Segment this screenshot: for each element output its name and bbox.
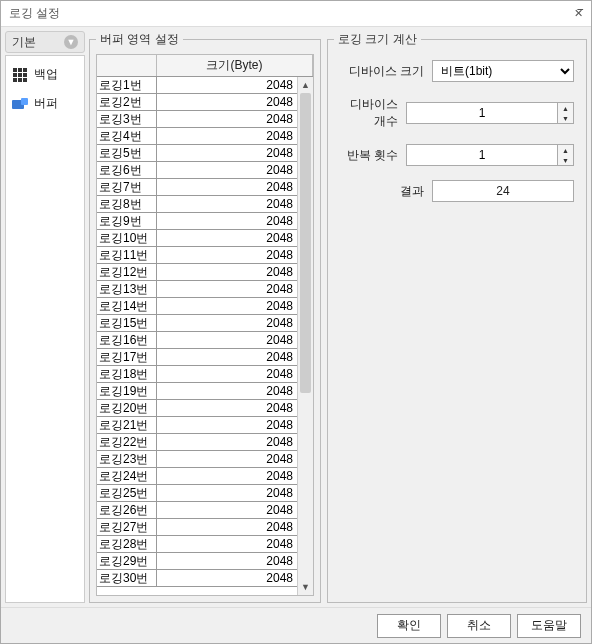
- row-size-cell[interactable]: 2048: [157, 400, 297, 417]
- row-size-cell[interactable]: 2048: [157, 502, 297, 519]
- row-size-cell[interactable]: 2048: [157, 383, 297, 400]
- table-row[interactable]: 로깅5번2048: [97, 145, 297, 162]
- row-size-cell[interactable]: 2048: [157, 128, 297, 145]
- row-size-cell[interactable]: 2048: [157, 196, 297, 213]
- row-label: 로깅15번: [97, 315, 157, 332]
- scroll-thumb[interactable]: [300, 93, 311, 393]
- row-size-cell[interactable]: 2048: [157, 349, 297, 366]
- table-row[interactable]: 로깅25번2048: [97, 485, 297, 502]
- row-size-cell[interactable]: 2048: [157, 485, 297, 502]
- sidebar-header[interactable]: 기본 ▼: [5, 31, 85, 53]
- row-size-cell[interactable]: 2048: [157, 519, 297, 536]
- row-label: 로깅12번: [97, 264, 157, 281]
- table-row[interactable]: 로깅7번2048: [97, 179, 297, 196]
- table-row[interactable]: 로깅2번2048: [97, 94, 297, 111]
- vertical-scrollbar[interactable]: ▲ ▼: [297, 77, 313, 595]
- repeat-spinner[interactable]: ▲ ▼: [406, 144, 574, 166]
- table-row[interactable]: 로깅18번2048: [97, 366, 297, 383]
- spinner-up-icon[interactable]: ▲: [558, 103, 573, 113]
- help-button[interactable]: 도움말: [517, 614, 581, 638]
- table-row[interactable]: 로깅4번2048: [97, 128, 297, 145]
- table-row[interactable]: 로깅30번2048: [97, 570, 297, 587]
- row-result: 결과 24: [340, 180, 574, 202]
- spinner-up-icon[interactable]: ▲: [558, 145, 573, 155]
- table-row[interactable]: 로깅12번2048: [97, 264, 297, 281]
- table-row[interactable]: 로깅11번2048: [97, 247, 297, 264]
- spinner-down-icon[interactable]: ▼: [558, 113, 573, 123]
- table-row[interactable]: 로깅24번2048: [97, 468, 297, 485]
- spinner-down-icon[interactable]: ▼: [558, 155, 573, 165]
- close-icon[interactable]: ✕̅: [574, 7, 583, 20]
- row-label: 로깅29번: [97, 553, 157, 570]
- table-row[interactable]: 로깅8번2048: [97, 196, 297, 213]
- result-display: 24: [432, 180, 574, 202]
- table-row[interactable]: 로깅17번2048: [97, 349, 297, 366]
- row-size-cell[interactable]: 2048: [157, 179, 297, 196]
- table-row[interactable]: 로깅13번2048: [97, 281, 297, 298]
- row-size-cell[interactable]: 2048: [157, 264, 297, 281]
- row-size-cell[interactable]: 2048: [157, 230, 297, 247]
- row-size-cell[interactable]: 2048: [157, 434, 297, 451]
- row-size-cell[interactable]: 2048: [157, 536, 297, 553]
- table-row[interactable]: 로깅21번2048: [97, 417, 297, 434]
- table-row[interactable]: 로깅15번2048: [97, 315, 297, 332]
- buffer-area-fieldset: 버퍼 영역 설정 크기(Byte) 로깅1번2048로깅2번2048로깅3번20…: [89, 31, 321, 603]
- row-device-size: 디바이스 크기 비트(1bit): [340, 60, 574, 82]
- row-size-cell[interactable]: 2048: [157, 366, 297, 383]
- sidebar-item-backup[interactable]: 백업: [6, 60, 84, 89]
- row-size-cell[interactable]: 2048: [157, 213, 297, 230]
- table-row[interactable]: 로깅27번2048: [97, 519, 297, 536]
- sidebar-item-buffer[interactable]: 버퍼: [6, 89, 84, 118]
- row-size-cell[interactable]: 2048: [157, 570, 297, 587]
- row-label: 로깅10번: [97, 230, 157, 247]
- table-row[interactable]: 로깅28번2048: [97, 536, 297, 553]
- row-size-cell[interactable]: 2048: [157, 77, 297, 94]
- row-label: 로깅26번: [97, 502, 157, 519]
- row-size-cell[interactable]: 2048: [157, 417, 297, 434]
- row-size-cell[interactable]: 2048: [157, 94, 297, 111]
- scroll-track[interactable]: [298, 93, 313, 579]
- row-size-cell[interactable]: 2048: [157, 332, 297, 349]
- logging-size-calc-fieldset: 로깅 크기 계산 디바이스 크기 비트(1bit) 디바이스 개수: [327, 31, 587, 603]
- row-label: 로깅20번: [97, 400, 157, 417]
- ok-button[interactable]: 확인: [377, 614, 441, 638]
- device-size-select[interactable]: 비트(1bit): [432, 60, 574, 82]
- table-row[interactable]: 로깅16번2048: [97, 332, 297, 349]
- table-row[interactable]: 로깅14번2048: [97, 298, 297, 315]
- device-count-input[interactable]: [406, 102, 558, 124]
- row-size-cell[interactable]: 2048: [157, 553, 297, 570]
- row-size-cell[interactable]: 2048: [157, 298, 297, 315]
- scroll-down-button[interactable]: ▼: [298, 579, 313, 595]
- row-label: 로깅21번: [97, 417, 157, 434]
- table-row[interactable]: 로깅1번2048: [97, 77, 297, 94]
- table-row[interactable]: 로깅19번2048: [97, 383, 297, 400]
- row-size-cell[interactable]: 2048: [157, 247, 297, 264]
- row-label: 로깅27번: [97, 519, 157, 536]
- row-label: 로깅24번: [97, 468, 157, 485]
- table-row[interactable]: 로깅26번2048: [97, 502, 297, 519]
- window-title: 로깅 설정: [9, 5, 60, 22]
- device-count-spinner[interactable]: ▲ ▼: [406, 102, 574, 124]
- cancel-button[interactable]: 취소: [447, 614, 511, 638]
- row-size-cell[interactable]: 2048: [157, 315, 297, 332]
- table-row[interactable]: 로깅9번2048: [97, 213, 297, 230]
- table-row[interactable]: 로깅29번2048: [97, 553, 297, 570]
- calc-grid: 디바이스 크기 비트(1bit) 디바이스 개수: [334, 54, 580, 222]
- row-size-cell[interactable]: 2048: [157, 451, 297, 468]
- row-size-cell[interactable]: 2048: [157, 281, 297, 298]
- repeat-input[interactable]: [406, 144, 558, 166]
- table-row[interactable]: 로깅6번2048: [97, 162, 297, 179]
- table-row[interactable]: 로깅3번2048: [97, 111, 297, 128]
- row-size-cell[interactable]: 2048: [157, 468, 297, 485]
- dialog-footer: 확인 취소 도움말: [1, 607, 591, 643]
- table-row[interactable]: 로깅20번2048: [97, 400, 297, 417]
- table-row[interactable]: 로깅22번2048: [97, 434, 297, 451]
- scroll-up-button[interactable]: ▲: [298, 77, 313, 93]
- row-size-cell[interactable]: 2048: [157, 162, 297, 179]
- row-label: 로깅11번: [97, 247, 157, 264]
- row-label: 로깅17번: [97, 349, 157, 366]
- row-size-cell[interactable]: 2048: [157, 145, 297, 162]
- row-size-cell[interactable]: 2048: [157, 111, 297, 128]
- table-row[interactable]: 로깅10번2048: [97, 230, 297, 247]
- table-row[interactable]: 로깅23번2048: [97, 451, 297, 468]
